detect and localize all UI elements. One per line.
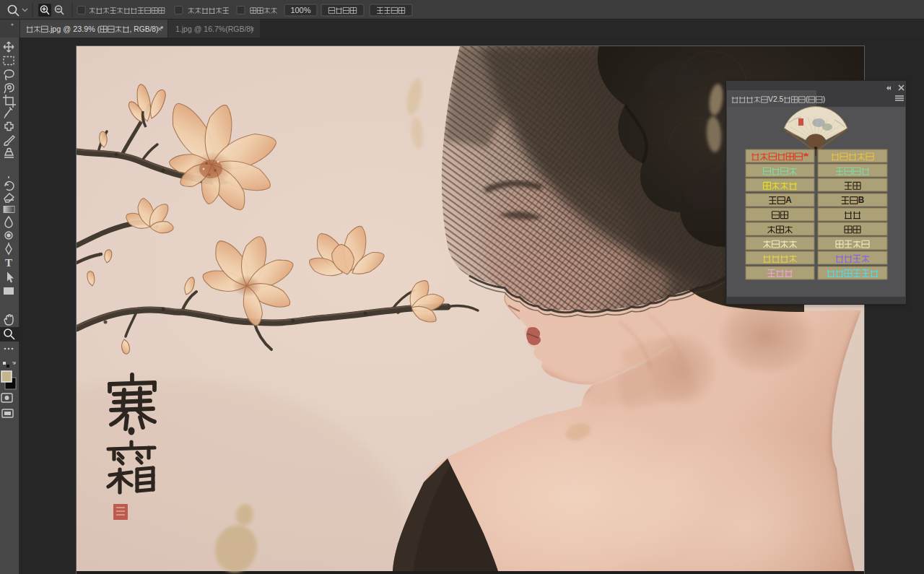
svg-text:×: × [157,25,162,33]
svg-text:.jpg @ 23.9% (: .jpg @ 23.9% ( [48,25,100,33]
svg-text:T: T [5,257,12,269]
svg-text:1.jpg @ 16.7%(RGB/8): 1.jpg @ 16.7%(RGB/8) [175,25,253,33]
svg-text:V2.5: V2.5 [768,95,784,103]
svg-text:): ) [823,95,825,103]
svg-text:100%: 100% [290,6,310,14]
svg-text:*: * [803,152,809,162]
svg-text:B: B [858,195,865,205]
svg-text:(: ( [806,95,808,103]
svg-text:×: × [250,25,254,33]
svg-text:A: A [785,195,792,205]
